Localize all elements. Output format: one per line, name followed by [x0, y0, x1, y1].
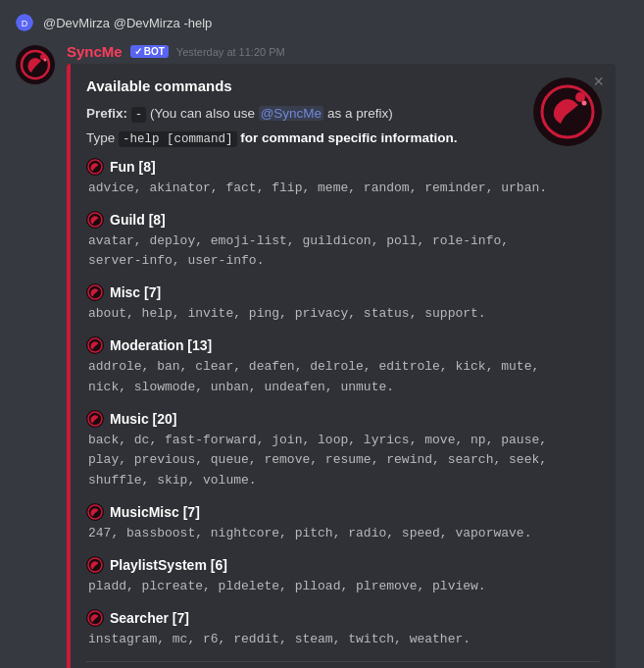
- category-header-music: Music [20]: [86, 410, 600, 428]
- category-moderation: Moderation [13] addrole, ban, clear, dea…: [86, 336, 600, 398]
- category-header-fun: Fun [8]: [86, 158, 600, 176]
- category-title-moderation: Moderation [13]: [110, 337, 212, 353]
- category-misc: Misc [7] about, help, invite, ping, priv…: [86, 283, 600, 325]
- category-playlistsystem: PlaylistSystem [6] pladd, plcreate, plde…: [86, 556, 600, 597]
- category-header-misc: Misc [7]: [86, 283, 600, 301]
- user-command-row: D @DevMirza @DevMirza -help: [0, 10, 644, 35]
- message-content: SyncMe ✓ BOT Yesterday at 11:20 PM ×: [67, 43, 628, 668]
- category-title-searcher: Searcher [7]: [110, 610, 189, 626]
- categories-list: Fun [8] advice, akinator, fact, flip, me…: [86, 158, 600, 650]
- category-header-searcher: Searcher [7]: [86, 609, 600, 627]
- category-commands-guild: avatar, deploy, emoji-list, guildicon, p…: [86, 231, 600, 273]
- svg-point-8: [575, 92, 585, 102]
- category-commands-misc: about, help, invite, ping, privacy, stat…: [86, 304, 600, 325]
- s-icon-searcher: [86, 609, 104, 627]
- s-icon-fun: [86, 158, 104, 176]
- s-icon-guild: [86, 211, 104, 229]
- category-searcher: Searcher [7] instagram, mc, r6, reddit, …: [86, 609, 600, 650]
- user-command-text: @DevMirza @DevMirza -help: [43, 16, 212, 30]
- embed-title: Available commands: [86, 77, 600, 94]
- embed-type-line: Type -help [command] for command specifi…: [86, 130, 600, 146]
- s-icon-moderation: [86, 336, 104, 354]
- category-fun: Fun [8] advice, akinator, fact, flip, me…: [86, 158, 600, 199]
- s-icon-music: [86, 410, 104, 428]
- user-avatar-small: D: [16, 14, 33, 31]
- category-commands-playlistsystem: pladd, plcreate, pldelete, plload, plrem…: [86, 577, 600, 597]
- bot-badge: ✓ BOT: [130, 45, 169, 58]
- category-title-guild: Guild [8]: [110, 212, 166, 228]
- s-icon-playlistsystem: [86, 556, 104, 574]
- category-title-musicmisc: MusicMisc [7]: [110, 504, 200, 520]
- category-title-misc: Misc [7]: [110, 284, 161, 300]
- bot-checkmark: ✓: [134, 46, 142, 57]
- help-embed: × Available commands Prefix: -: [67, 64, 616, 668]
- svg-text:D: D: [22, 19, 28, 28]
- message-header: SyncMe ✓ BOT Yesterday at 11:20 PM: [67, 43, 628, 60]
- category-musicmisc: MusicMisc [7] 247, bassboost, nightcore,…: [86, 503, 600, 544]
- s-icon-misc: [86, 283, 104, 301]
- category-header-guild: Guild [8]: [86, 211, 600, 229]
- s-icon-musicmisc: [86, 503, 104, 521]
- syncme-mention: @SyncMe: [259, 106, 323, 121]
- category-commands-music: back, dc, fast-forward, join, loop, lyri…: [86, 431, 600, 491]
- category-title-fun: Fun [8]: [110, 159, 156, 175]
- bot-name: SyncMe: [67, 43, 123, 60]
- category-title-playlistsystem: PlaylistSystem [6]: [110, 557, 227, 573]
- category-guild: Guild [8] avatar, deploy, emoji-list, gu…: [86, 211, 600, 273]
- svg-point-5: [44, 59, 47, 62]
- category-commands-fun: advice, akinator, fact, flip, meme, rand…: [86, 179, 600, 199]
- embed-thumbnail: [533, 77, 602, 146]
- category-header-musicmisc: MusicMisc [7]: [86, 503, 600, 521]
- category-title-music: Music [20]: [110, 411, 176, 427]
- category-commands-moderation: addrole, ban, clear, deafen, delrole, ed…: [86, 357, 600, 398]
- category-header-moderation: Moderation [13]: [86, 336, 600, 354]
- message-group: SyncMe ✓ BOT Yesterday at 11:20 PM ×: [0, 39, 644, 668]
- category-commands-searcher: instagram, mc, r6, reddit, steam, twitch…: [86, 630, 600, 650]
- bot-avatar: [16, 45, 55, 84]
- embed-footer: © CordDJ x SyncMe | To get info of each …: [86, 661, 600, 668]
- category-music: Music [20] back, dc, fast-forward, join,…: [86, 410, 600, 491]
- message-timestamp: Yesterday at 11:20 PM: [176, 46, 285, 58]
- chat-area: D @DevMirza @DevMirza -help SyncMe: [0, 0, 644, 668]
- embed-prefix-line: Prefix: - (You can also use @SyncMe as a…: [86, 104, 600, 125]
- svg-point-9: [582, 101, 587, 106]
- category-header-playlistsystem: PlaylistSystem [6]: [86, 556, 600, 574]
- category-commands-musicmisc: 247, bassboost, nightcore, pitch, radio,…: [86, 524, 600, 544]
